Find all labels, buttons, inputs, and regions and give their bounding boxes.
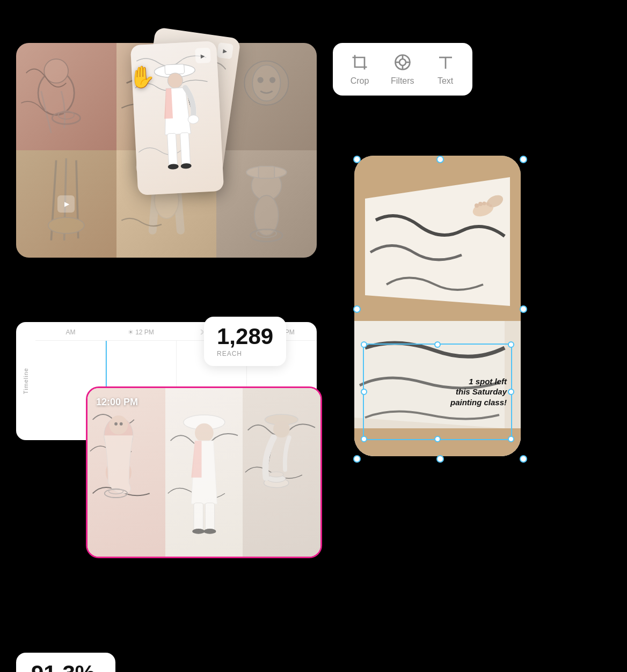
phone-handle-bm[interactable] [436, 455, 444, 463]
play-button-4[interactable] [57, 195, 75, 213]
phone-mockup: 1 spot leftthis Saturdaypainting class! [354, 156, 521, 456]
svg-point-50 [195, 423, 214, 442]
media-cell-1[interactable] [16, 43, 116, 150]
text-selection-box[interactable]: 1 spot leftthis Saturdaypainting class! [363, 344, 512, 440]
handle-br[interactable] [508, 436, 514, 442]
svg-point-19 [258, 77, 264, 83]
svg-point-68 [490, 204, 492, 207]
svg-rect-52 [205, 503, 214, 530]
svg-point-24 [48, 217, 84, 233]
crop-label: Crop [351, 76, 369, 86]
svg-point-54 [203, 529, 216, 534]
timeline-label: Timeline [23, 368, 29, 394]
phone-handle-tm[interactable] [436, 156, 444, 163]
handle-ml[interactable] [361, 389, 367, 395]
svg-rect-51 [194, 503, 203, 530]
text-label: Text [438, 76, 453, 86]
completion-value: 91.3% [31, 662, 100, 672]
svg-point-10 [52, 112, 80, 124]
svg-rect-29 [259, 166, 275, 178]
reach-badge: 1,289 REACH [204, 317, 286, 366]
svg-point-46 [120, 422, 123, 426]
svg-point-59 [269, 472, 284, 477]
phone-handle-mr[interactable] [520, 305, 527, 313]
handle-tm[interactable] [434, 341, 441, 348]
phone-image-top [354, 156, 521, 321]
photo-stack: ▶ [129, 32, 236, 204]
svg-point-56 [273, 421, 290, 437]
story-card: 12:00 PM [86, 386, 322, 558]
phone-handle-bl[interactable] [353, 455, 361, 463]
drag-cursor-icon: ✋ [129, 64, 156, 90]
svg-point-18 [253, 65, 281, 101]
phone-handle-tl[interactable] [353, 156, 361, 163]
filters-label: Filters [391, 76, 414, 86]
handle-mr[interactable] [508, 389, 514, 395]
timeline-col-am: AM [35, 322, 106, 340]
reach-value: 1,289 [217, 325, 273, 348]
handle-bl[interactable] [361, 436, 367, 442]
svg-point-45 [114, 422, 118, 426]
reach-label: REACH [217, 350, 273, 357]
handle-tl[interactable] [361, 341, 367, 348]
timeline-col-12pm-1: ☀12 PM [106, 322, 176, 340]
svg-rect-38 [180, 133, 190, 165]
svg-point-1 [399, 59, 406, 65]
handle-tr[interactable] [508, 341, 514, 348]
completion-badge: 91.3% COMPLETION RATE [16, 653, 115, 672]
story-panel-3 [243, 388, 320, 557]
phone-handle-tr[interactable] [520, 156, 527, 163]
svg-point-64 [475, 203, 479, 208]
text-icon [436, 53, 455, 72]
photo-card-play[interactable]: ▶ [217, 42, 234, 60]
svg-point-41 [188, 115, 199, 124]
story-panel-2 [165, 388, 243, 557]
text-tool[interactable]: Text [436, 53, 455, 86]
photo-card-front-play[interactable]: ▶ [195, 48, 210, 63]
toolbar: Crop Filters Text [333, 43, 472, 96]
svg-point-53 [192, 529, 205, 534]
handle-bm[interactable] [434, 436, 441, 442]
svg-rect-37 [167, 133, 177, 166]
crop-tool[interactable]: Crop [350, 53, 369, 86]
filters-icon [393, 53, 412, 72]
filters-tool[interactable]: Filters [391, 53, 414, 86]
phone-handle-ml[interactable] [353, 305, 361, 313]
svg-point-20 [269, 77, 275, 83]
crop-icon [350, 53, 369, 72]
text-overlay-content: 1 spot leftthis Saturdaypainting class! [450, 376, 507, 408]
svg-point-66 [483, 202, 486, 206]
phone-handle-br[interactable] [520, 455, 527, 463]
story-panel-1 [88, 388, 165, 557]
svg-point-67 [486, 202, 490, 206]
phone-image-bottom: 1 spot leftthis Saturdaypainting class! [354, 321, 521, 456]
svg-point-9 [44, 59, 68, 83]
svg-point-65 [478, 202, 483, 206]
svg-point-44 [110, 415, 128, 434]
media-cell-4[interactable] [16, 150, 116, 258]
story-time: 12:00 PM [96, 397, 138, 408]
